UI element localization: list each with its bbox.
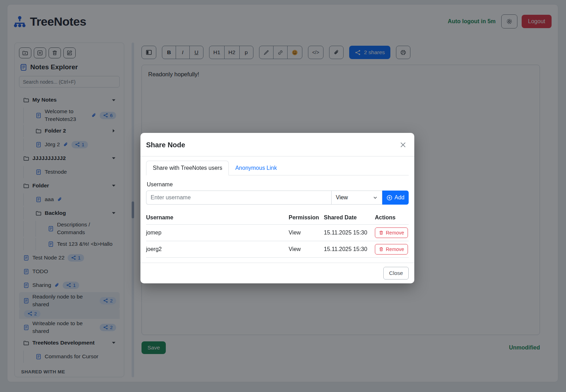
add-button-label: Add (395, 194, 404, 201)
modal-title: Share Node (146, 141, 185, 149)
column-actions: Actions (375, 212, 409, 225)
close-modal-button[interactable]: Close (383, 267, 409, 279)
column-permission: Permission (289, 212, 324, 225)
share-date: 15.11.2025 15:30 (324, 241, 375, 258)
column-username: Username (146, 212, 289, 225)
tab-share-with-users[interactable]: Share with TreeNotes users (146, 161, 229, 175)
chevron-down-icon (373, 195, 378, 200)
share-row: joerg2View15.11.2025 15:30Remove (146, 241, 409, 258)
share-row: jomepView15.11.2025 15:30Remove (146, 225, 409, 241)
share-date: 15.11.2025 15:30 (324, 225, 375, 241)
username-input[interactable] (146, 191, 331, 205)
username-label: Username (147, 181, 409, 188)
remove-share-button[interactable]: Remove (375, 227, 408, 238)
close-icon (400, 141, 407, 148)
share-node-modal: Share Node Share with TreeNotes users An… (140, 133, 414, 283)
plus-circle-icon (386, 195, 392, 201)
permission-select[interactable]: View (331, 191, 382, 205)
column-shared-date: Shared Date (324, 212, 375, 225)
share-username: jomep (146, 225, 289, 241)
trash-icon (379, 230, 384, 235)
remove-button-label: Remove (386, 230, 404, 236)
share-tabs: Share with TreeNotes users Anonymous Lin… (146, 161, 409, 175)
modal-footer: Close (140, 263, 414, 283)
add-share-input-group: View Add (146, 191, 409, 205)
permission-selected-value: View (336, 194, 348, 201)
modal-close-button[interactable] (398, 140, 408, 150)
share-permission: View (289, 225, 324, 241)
share-permission: View (289, 241, 324, 258)
add-share-button[interactable]: Add (382, 191, 409, 205)
remove-button-label: Remove (386, 246, 404, 252)
tab-anonymous-link[interactable]: Anonymous Link (229, 161, 283, 175)
modal-body: Username View Add Username P (140, 175, 414, 258)
share-username: joerg2 (146, 241, 289, 258)
trash-icon (379, 247, 384, 252)
modal-header: Share Node (140, 133, 414, 156)
shares-table-header: Username Permission Shared Date Actions (146, 212, 409, 225)
remove-share-button[interactable]: Remove (375, 244, 408, 255)
shares-table: Username Permission Shared Date Actions … (146, 212, 409, 258)
